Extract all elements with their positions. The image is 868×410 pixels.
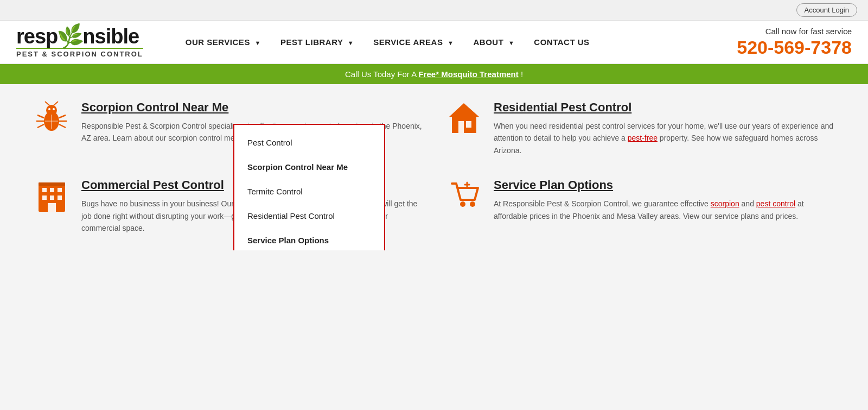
dropdown-scorpion-control[interactable]: Scorpion Control Near Me: [234, 155, 384, 179]
residential-icon-area: [445, 100, 483, 136]
residential-card: Residential Pest Control When you need r…: [445, 100, 835, 156]
main-nav: OUR SERVICES ▼ PEST LIBRARY ▼ SERVICE AR…: [176, 33, 737, 51]
nav-about[interactable]: ABOUT ▼: [463, 33, 524, 51]
logo-sub-text: PEST & SCORPION CONTROL: [16, 48, 143, 58]
service-plan-title[interactable]: Service Plan Options: [494, 178, 835, 192]
scorpion-icon-area: [33, 100, 71, 136]
header-right: Call now for fast service 520-569-7378: [737, 27, 852, 58]
account-login-button[interactable]: Account Login: [796, 3, 857, 17]
svg-rect-21: [42, 195, 47, 200]
dropdown-residential-pest[interactable]: Residential Pest Control: [234, 204, 384, 228]
nav-pest-library[interactable]: PEST LIBRARY ▼: [271, 33, 363, 51]
banner-text-after: !: [521, 70, 523, 79]
cart-icon: [446, 178, 482, 213]
commercial-icon-area: [33, 178, 71, 213]
nav-contact-us[interactable]: CONTACT US: [524, 33, 599, 51]
svg-line-11: [59, 124, 66, 128]
svg-line-9: [59, 115, 66, 118]
svg-rect-24: [48, 203, 56, 212]
svg-rect-15: [458, 121, 464, 133]
service-plan-card-text: Service Plan Options At Responsible Pest…: [494, 178, 835, 222]
svg-point-1: [46, 105, 57, 116]
svg-line-8: [37, 124, 44, 128]
logo-text: resp🌿nsible: [16, 26, 143, 47]
service-areas-arrow-icon: ▼: [448, 40, 454, 46]
building-icon: [34, 178, 69, 213]
svg-line-6: [37, 115, 44, 118]
our-services-dropdown: Pest Control Scorpion Control Near Me Te…: [233, 124, 385, 250]
banner-link[interactable]: Free* Mosquito Treatment: [419, 70, 519, 79]
svg-marker-14: [449, 103, 479, 133]
svg-point-2: [48, 108, 50, 110]
svg-line-4: [45, 102, 49, 105]
svg-rect-20: [58, 188, 62, 192]
phone-number: 520-569-7378: [737, 37, 852, 58]
our-services-arrow-icon: ▼: [255, 40, 261, 46]
promo-banner: Call Us Today For A Free* Mosquito Treat…: [0, 64, 868, 84]
residential-card-text: Residential Pest Control When you need r…: [494, 100, 835, 156]
scorpion-title[interactable]: Scorpion Control Near Me: [81, 100, 423, 115]
svg-point-28: [460, 201, 465, 207]
scorpion-link[interactable]: scorpion: [711, 199, 739, 208]
dropdown-termite-control[interactable]: Termite Control: [234, 179, 384, 204]
svg-point-3: [53, 108, 55, 110]
residential-description: When you need residential pest control s…: [494, 120, 835, 156]
nav-service-areas[interactable]: SERVICE AREAS ▼: [363, 33, 463, 51]
nav-our-services[interactable]: OUR SERVICES ▼: [176, 33, 271, 51]
header: resp🌿nsible PEST & SCORPION CONTROL OUR …: [0, 21, 868, 64]
home-icon: [446, 100, 482, 136]
bug-icon: [34, 100, 69, 136]
svg-rect-16: [466, 121, 471, 128]
main-content: Scorpion Control Near Me Responsible Pes…: [0, 84, 868, 250]
svg-rect-19: [50, 188, 54, 192]
dropdown-pest-control[interactable]: Pest Control: [234, 130, 384, 155]
pest-control-link[interactable]: pest control: [756, 199, 795, 208]
svg-line-5: [54, 102, 58, 105]
service-plan-card: Service Plan Options At Responsible Pest…: [445, 178, 835, 234]
service-plan-icon-area: [445, 178, 483, 213]
top-bar: Account Login: [0, 0, 868, 21]
pest-free-link[interactable]: pest-free: [628, 134, 658, 142]
banner-text-before: Call Us Today For A: [345, 70, 419, 79]
svg-point-29: [470, 201, 475, 207]
svg-rect-22: [50, 195, 54, 200]
pest-library-arrow-icon: ▼: [348, 40, 354, 46]
svg-rect-18: [42, 188, 47, 192]
svg-rect-23: [58, 195, 62, 200]
logo-main-text: resp🌿nsible: [16, 26, 139, 47]
svg-rect-25: [39, 182, 65, 186]
residential-title[interactable]: Residential Pest Control: [494, 100, 835, 115]
service-plan-description: At Responsible Pest & Scorpion Control, …: [494, 198, 835, 222]
call-text: Call now for fast service: [765, 27, 852, 36]
about-arrow-icon: ▼: [508, 40, 514, 46]
logo: resp🌿nsible PEST & SCORPION CONTROL: [16, 26, 143, 58]
dropdown-service-plan[interactable]: Service Plan Options: [234, 228, 384, 250]
